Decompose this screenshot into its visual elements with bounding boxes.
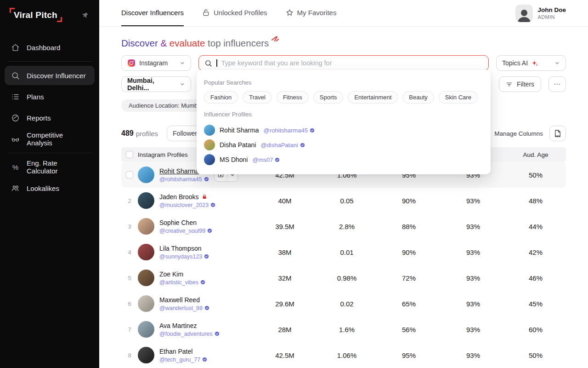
locked-icon	[202, 194, 207, 200]
tab-unlocked-profiles[interactable]: Unlocked Profiles	[202, 0, 267, 26]
suggested-profile-item[interactable]: MS Dhoni@ms07	[204, 152, 483, 167]
profile-name-link[interactable]: Ethan Patel	[159, 348, 207, 355]
metric-cell: 93%	[441, 197, 505, 205]
popular-search-chip[interactable]: Sports	[313, 91, 344, 104]
profile-name: Disha Patani	[220, 141, 256, 149]
popular-search-chip[interactable]: Beauty	[402, 91, 434, 104]
sidebar-item-competitive-analysis[interactable]: Competitive Analysis	[5, 129, 95, 149]
verified-badge-icon	[200, 280, 205, 285]
table-row[interactable]: 2Jaden Brooks@musiclover_202340M0.0590%9…	[121, 188, 566, 213]
popular-search-chip[interactable]: Entertainment	[348, 91, 398, 104]
profile-avatar	[138, 167, 154, 183]
profile-name-link[interactable]: Jaden Brooks	[159, 193, 215, 201]
export-csv-button[interactable]: CSV	[549, 126, 566, 141]
sidebar: Viral Pitch DashboardDiscover Influencer…	[0, 0, 99, 368]
csv-label: CSV	[550, 135, 565, 138]
filter-row-primary: Instagram Topics AI	[121, 55, 566, 71]
profile-avatar	[138, 347, 154, 363]
profile-cell: Zoe Kim@artistic_vibes	[138, 270, 253, 286]
profile-handle: @ms07	[252, 156, 280, 163]
row-checkbox[interactable]	[126, 171, 133, 178]
table-row[interactable]: 3Sophie Chen@creative_soul9939.5M2.8%88%…	[121, 213, 566, 239]
profile-name-link[interactable]: Maxwell Reed	[159, 296, 209, 304]
results-count-suffix: profiles	[136, 130, 158, 138]
search-icon	[11, 71, 20, 80]
pin-icon[interactable]	[82, 12, 89, 19]
suggested-profiles: Rohit Sharma@rohitsharma45Disha Patani@d…	[204, 123, 483, 167]
table-row[interactable]: 8Ethan Patel@tech_guru_7742.5M1.06%95%93…	[121, 342, 566, 368]
profile-cell: Maxwell Reed@wanderlust_88	[138, 295, 253, 312]
tab-my-favorites[interactable]: My Favorites	[286, 0, 337, 26]
manage-columns-button[interactable]: Manage Columns	[483, 130, 543, 137]
profile-handle: @rohitsharma45	[264, 127, 315, 134]
profile-handle: @creative_soul99	[159, 228, 212, 234]
profile-name-link[interactable]: Zoe Kim	[159, 270, 205, 278]
user-menu[interactable]: John Doe ADMIN	[515, 5, 566, 22]
verified-badge-icon	[275, 157, 280, 162]
row-index-cell	[121, 171, 138, 178]
profile-info: Ava Martinez@foodie_adventures	[159, 322, 220, 337]
row-index-cell: 7	[121, 326, 138, 333]
metric-cell: 65%	[377, 300, 441, 308]
chevron-down-icon	[180, 81, 185, 87]
more-options-button[interactable]: ⋯	[548, 76, 566, 92]
app: Viral Pitch DashboardDiscover Influencer…	[0, 0, 588, 368]
table-row[interactable]: 4Lila Thompson@sunnydays12338M0.0190%93%…	[121, 239, 566, 265]
keyword-search[interactable]	[198, 55, 489, 71]
chevron-down-icon	[180, 60, 185, 66]
user-role: ADMIN	[537, 14, 566, 20]
table-row[interactable]: 5Zoe Kim@artistic_vibes32M0.98%72%93%46%	[121, 265, 566, 291]
metric-cell: 56%	[377, 326, 441, 334]
sidebar-item-discover-influencer[interactable]: Discover Influencer	[5, 66, 95, 85]
sidebar-item-reports[interactable]: Reports	[5, 108, 95, 127]
location-select[interactable]: Mumbai, Delhi...	[121, 76, 191, 92]
metric-cell: 93%	[441, 300, 505, 308]
profile-handle: @musiclover_2023	[159, 202, 215, 208]
verified-badge-icon	[204, 254, 209, 259]
select-all-checkbox[interactable]	[126, 151, 133, 158]
suggested-profile-item[interactable]: Rohit Sharma@rohitsharma45	[204, 123, 483, 138]
tab-label: Unlocked Profiles	[214, 9, 267, 17]
popular-search-chip[interactable]: Skin Care	[439, 91, 478, 104]
search-input[interactable]	[221, 59, 483, 67]
user-info: John Doe ADMIN	[537, 6, 566, 20]
table-row[interactable]: 7Ava Martinez@foodie_adventures28M1.6%56…	[121, 316, 566, 342]
sidebar-divider	[7, 61, 92, 62]
verified-badge-icon	[204, 177, 209, 182]
profile-name-link[interactable]: Ava Martinez	[159, 322, 220, 329]
profile-name-link[interactable]: Lila Thompson	[159, 245, 209, 252]
table-tools: Manage Columns CSV	[483, 126, 566, 141]
row-index-cell: 3	[121, 223, 138, 230]
profile-cell: Sophie Chen@creative_soul99	[138, 218, 253, 235]
tab-discover-influencers[interactable]: Discover Influencers	[121, 0, 184, 26]
sidebar-item-plans[interactable]: Plans	[5, 87, 95, 106]
popular-search-chip[interactable]: Travel	[243, 91, 272, 104]
ai-sparkle-icon	[531, 60, 538, 67]
unlock-icon	[202, 9, 210, 17]
profile-name-link[interactable]: Sophie Chen	[159, 219, 212, 226]
topics-ai-select[interactable]: Topics AI	[496, 55, 566, 71]
row-index-cell: 2	[121, 197, 138, 204]
table-row[interactable]: 6Maxwell Reed@wanderlust_8829.6M0.0265%9…	[121, 291, 566, 316]
verified-badge-icon	[310, 128, 315, 133]
verified-badge-icon	[210, 202, 215, 207]
sidebar-item-lookalikes[interactable]: Lookalikes	[5, 178, 95, 198]
metric-cell: 48%	[505, 197, 566, 205]
sidebar-item-eng-rate-calculator[interactable]: %Eng. Rate Calculator	[5, 157, 95, 177]
user-avatar	[515, 5, 533, 22]
popular-search-chip[interactable]: Fitness	[277, 91, 309, 104]
topics-ai-label: Topics AI	[502, 59, 528, 67]
metric-cell: 2.8%	[317, 223, 377, 230]
profile-info: Jaden Brooks@musiclover_2023	[159, 193, 215, 208]
sparkle-doodle-icon	[271, 34, 280, 42]
sidebar-item-dashboard[interactable]: Dashboard	[5, 38, 95, 57]
profile-handle: @wanderlust_88	[159, 305, 209, 311]
filters-button[interactable]: Filters	[499, 76, 541, 92]
table-body: Rohit Sharma@rohitsharma4542.5M1.06%95%9…	[121, 162, 566, 368]
sidebar-item-label: Plans	[27, 93, 44, 101]
metric-cell: 1.06%	[317, 351, 377, 359]
sidebar-nav: DashboardDiscover InfluencerPlansReports…	[0, 36, 99, 200]
popular-search-chip[interactable]: Fashion	[204, 91, 238, 104]
platform-select[interactable]: Instagram	[121, 55, 191, 71]
suggested-profile-item[interactable]: Disha Patani@dishaPatani	[204, 138, 483, 152]
